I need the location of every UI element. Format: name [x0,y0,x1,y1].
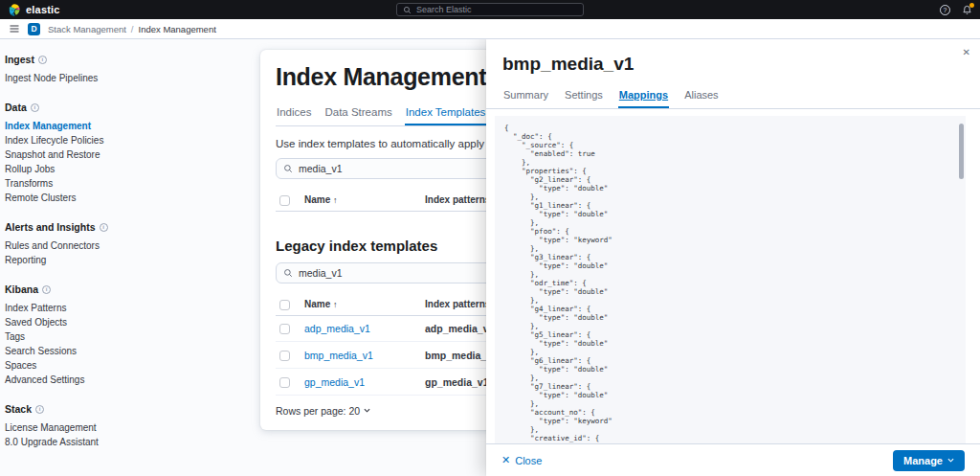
flyout-tab-settings[interactable]: Settings [564,83,604,108]
sidebar-item-rules-and-connectors[interactable]: Rules and Connectors [5,238,203,253]
flyout-footer: ✕ Close Manage [486,443,980,476]
sidebar-item-upgrade-assistant[interactable]: 8.0 Upgrade Assistant [5,435,203,449]
template-link-bmp-media-v1[interactable]: bmp_media_v1 [304,350,373,361]
flyout-close-icon[interactable]: ✕ [963,48,970,57]
flyout-tab-summary[interactable]: Summary [502,83,549,108]
flyout-close-button[interactable]: ✕ Close [501,454,542,466]
code-scrollbar[interactable] [959,119,964,441]
sidebar-item-index-patterns[interactable]: Index Patterns [5,301,203,315]
sidebar-item-tags[interactable]: Tags [5,329,203,344]
flyout-tab-aliases[interactable]: Aliases [683,83,719,108]
sidebar-item-index-management[interactable]: Index Management [5,119,203,133]
sidebar-section-data: Data i Index Management Index Lifecycle … [5,102,203,205]
menu-icon[interactable] [9,23,20,34]
brand-name: elastic [26,4,60,15]
info-icon: i [38,56,47,64]
sidebar-section-stack: Stack i License Management 8.0 Upgrade A… [5,403,203,449]
global-search-placeholder: Search Elastic [416,5,472,14]
breadcrumb-index-management: Index Management [139,24,216,34]
flyout-title: bmp_media_v1 [502,54,964,75]
notification-badge [969,3,974,8]
column-name-label: Name [304,299,330,309]
search-icon [403,6,412,14]
rows-per-page-button[interactable]: Rows per page: 20 [276,405,370,417]
select-all-checkbox[interactable] [279,300,290,310]
manage-button[interactable]: Manage [893,450,965,471]
sidebar-item-remote-clusters[interactable]: Remote Clusters [5,191,203,205]
tab-index-templates[interactable]: Index Templates [405,101,487,125]
flyout-tab-mappings[interactable]: Mappings [618,83,669,108]
space-badge[interactable]: D [28,23,40,35]
sidebar-section-title: Kibana i [5,283,203,295]
sidebar-item-advanced-settings[interactable]: Advanced Settings [5,373,203,387]
rows-per-page-label: Rows per page: 20 [276,405,360,417]
home-link[interactable]: elastic [8,3,60,16]
search-icon [283,268,293,278]
global-header: elastic Search Elastic ? [0,0,980,19]
search-icon [283,164,293,173]
sidebar-item-ingest-node-pipelines[interactable]: Ingest Node Pipelines [5,71,203,85]
sidebar-item-search-sessions[interactable]: Search Sessions [5,344,203,358]
chevron-down-icon [947,458,954,463]
breadcrumb: Stack Management / Index Management [48,24,216,34]
breadcrumb-bar: D Stack Management / Index Management [0,19,980,39]
global-search[interactable]: Search Elastic [396,3,584,16]
info-icon: i [35,405,44,414]
sidebar-section-title: Alerts and Insights i [5,221,203,233]
breadcrumb-stack-management[interactable]: Stack Management [48,24,126,34]
header-actions: ? [940,5,972,15]
flyout-tabs: Summary Settings Mappings Aliases [486,83,980,109]
section-title-text: Stack [5,403,32,415]
sort-ascending-icon: ↑ [333,195,338,205]
notifications-icon[interactable] [962,5,972,15]
sidebar-section-alerts-and-insights: Alerts and Insights i Rules and Connecto… [5,221,203,267]
info-icon: i [31,103,39,112]
close-label: Close [515,455,542,466]
help-icon[interactable]: ? [940,5,950,15]
tab-data-streams[interactable]: Data Streams [323,101,392,125]
select-all-checkbox[interactable] [279,195,290,206]
sort-ascending-icon: ↑ [333,300,338,309]
sidebar-section-title: Data i [5,102,203,113]
close-icon: ✕ [501,454,510,466]
mappings-json-text: { "_doc": { "_source": { "enabled": true… [495,116,966,443]
section-title-text: Alerts and Insights [5,221,96,233]
template-link-gp-media-v1[interactable]: gp_media_v1 [304,376,365,388]
row-checkbox[interactable] [279,324,290,334]
sidebar-section-ingest: Ingest i Ingest Node Pipelines [5,54,203,85]
index-pattern-value: gp_media_v1-* [425,376,496,388]
breadcrumb-separator: / [131,24,134,34]
sidebar-section-title: Ingest i [5,54,203,65]
template-details-flyout: ✕ bmp_media_v1 Summary Settings Mappings… [486,39,980,476]
template-link-adp-media-v1[interactable]: adp_media_v1 [304,323,370,334]
column-header-name[interactable]: Name ↑ [301,190,421,211]
stack-management-sidebar: Ingest i Ingest Node Pipelines Data i In… [0,39,211,476]
sidebar-section-title: Stack i [5,403,203,415]
section-title-text: Kibana [5,283,38,295]
tab-indices[interactable]: Indices [276,101,312,125]
sidebar-item-snapshot-and-restore[interactable]: Snapshot and Restore [5,147,203,162]
sidebar-item-license-management[interactable]: License Management [5,420,203,435]
sidebar-item-index-lifecycle-policies[interactable]: Index Lifecycle Policies [5,133,203,147]
column-header-name[interactable]: Name ↑ [301,294,421,315]
section-title-text: Data [5,102,27,113]
sidebar-item-transforms[interactable]: Transforms [5,176,203,191]
sidebar-item-reporting[interactable]: Reporting [5,253,203,267]
help-glyph: ? [940,5,950,15]
info-icon: i [100,223,108,232]
flyout-header: bmp_media_v1 [486,39,980,75]
manage-label: Manage [903,455,943,466]
sidebar-item-rollup-jobs[interactable]: Rollup Jobs [5,162,203,176]
column-name-label: Name [304,194,330,205]
section-title-text: Ingest [5,54,34,65]
elastic-logo-icon [8,3,21,16]
sidebar-item-saved-objects[interactable]: Saved Objects [5,315,203,329]
info-icon: i [42,285,51,294]
sidebar-item-spaces[interactable]: Spaces [5,358,203,373]
row-checkbox[interactable] [279,351,290,361]
sidebar-section-kibana: Kibana i Index Patterns Saved Objects Ta… [5,283,203,387]
chevron-down-icon [364,408,370,413]
mappings-code-block[interactable]: { "_doc": { "_source": { "enabled": true… [495,116,966,443]
code-scrollbar-thumb[interactable] [959,124,964,179]
row-checkbox[interactable] [279,377,290,388]
